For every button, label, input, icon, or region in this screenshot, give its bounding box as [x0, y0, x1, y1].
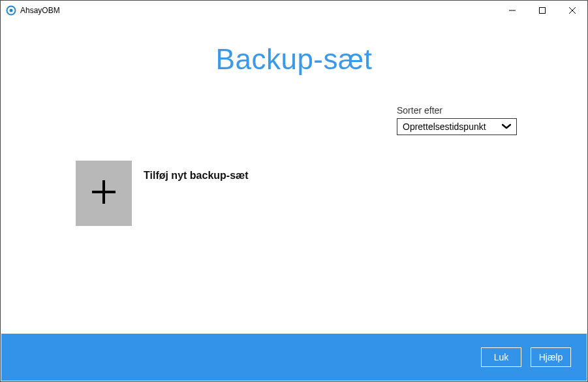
sort-area: Sorter efter Oprettelsestidspunkt [397, 105, 517, 135]
page-title: Backup-sæt [27, 43, 561, 76]
close-button[interactable]: Luk [481, 347, 521, 367]
add-backup-set-row: Tilføj nyt backup-sæt [76, 161, 249, 226]
minimize-button[interactable] [497, 1, 527, 20]
sort-label: Sorter efter [397, 105, 517, 116]
titlebar: AhsayOBM [1, 1, 587, 20]
maximize-button[interactable] [527, 1, 557, 20]
help-button[interactable]: Hjælp [531, 347, 571, 367]
window-title: AhsayOBM [20, 6, 497, 15]
content-area: Backup-sæt Sorter efter Oprettelsestidsp… [1, 20, 587, 76]
sort-select[interactable]: Oprettelsestidspunkt [397, 118, 517, 135]
svg-rect-3 [540, 8, 546, 14]
close-window-button[interactable] [557, 1, 587, 20]
add-backup-set-tile[interactable] [76, 161, 132, 226]
footer-bar: Luk Hjælp [1, 334, 587, 381]
chevron-down-icon [502, 121, 511, 132]
svg-point-1 [10, 9, 13, 12]
sort-selected-value: Oprettelsestidspunkt [403, 121, 486, 132]
plus-icon [88, 176, 119, 210]
window-controls [497, 1, 587, 20]
add-backup-set-label: Tilføj nyt backup-sæt [144, 170, 249, 182]
app-icon [6, 5, 16, 16]
